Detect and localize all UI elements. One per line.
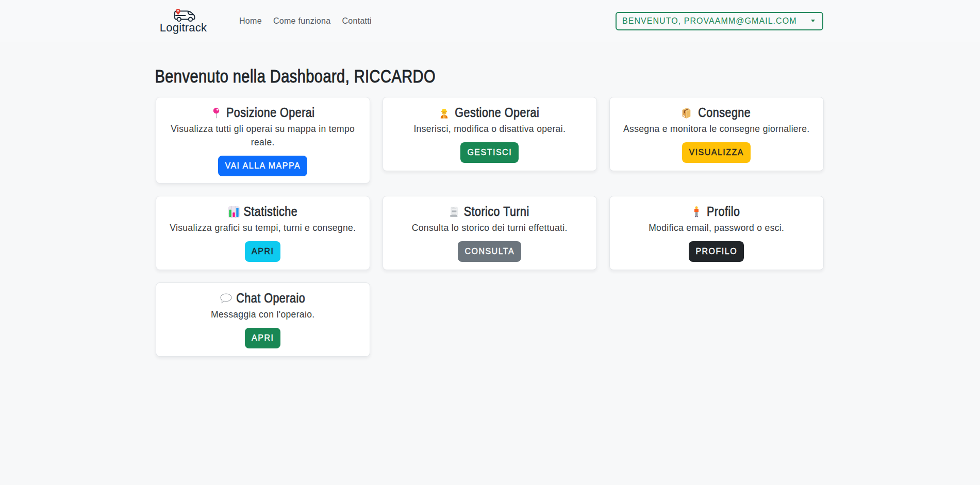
svg-text:Logitrack: Logitrack [160, 21, 207, 34]
